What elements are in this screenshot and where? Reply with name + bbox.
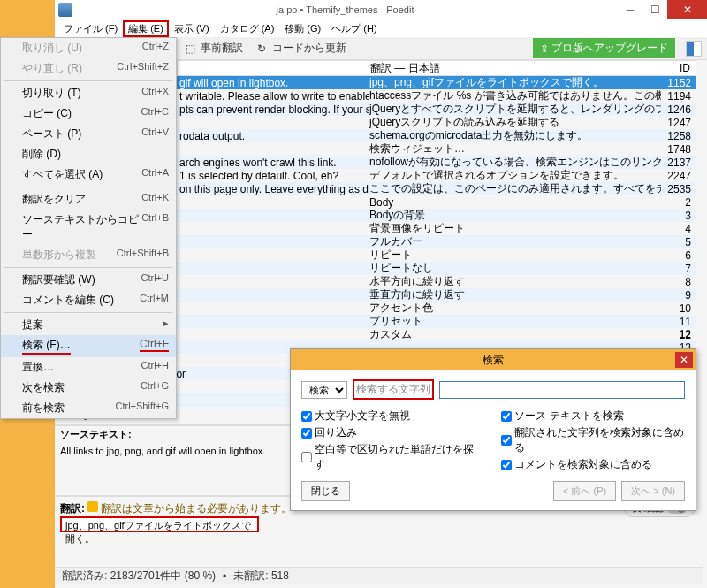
table-row[interactable]: gif will open in lightbox.jpg、png、gifファイ…	[177, 76, 696, 89]
menu-item[interactable]: 提案▸	[1, 315, 176, 335]
search-mode-select[interactable]: 検索	[301, 381, 347, 399]
dialog-close-btn[interactable]: 閉じる	[301, 481, 350, 501]
menu-item[interactable]: 翻訳をクリアCtrl+K	[1, 189, 176, 210]
menu-item[interactable]: 検索 (F)…Ctrl+F	[1, 335, 176, 357]
translation-list[interactable]: gif will open in lightbox.jpg、png、gifファイ…	[177, 76, 696, 341]
menu-go[interactable]: 移動 (G)	[279, 20, 326, 37]
maximize-button[interactable]: ☐	[642, 0, 667, 19]
tool-update[interactable]: ↻コードから更新	[254, 39, 350, 57]
table-row[interactable]: プリセット11	[177, 315, 696, 328]
translation-warning: 翻訳は文章から始まる必要があります。	[101, 502, 292, 515]
menu-item[interactable]: コメントを編集 (C)Ctrl+M	[1, 290, 176, 310]
refresh-icon: ↻	[257, 42, 270, 55]
menu-item[interactable]: 翻訳要確認 (W)Ctrl+U	[1, 270, 176, 290]
col-id: ID	[680, 62, 690, 74]
search-input[interactable]	[439, 381, 685, 399]
edit-menu-dropdown: 取り消し (U)Ctrl+Zやり直し (R)Ctrl+Shift+Z切り取り (…	[0, 37, 177, 419]
menu-item[interactable]: ペースト (P)Ctrl+V	[1, 124, 176, 144]
table-row[interactable]: rodata output.schema.orgのmicrodata出力を無効に…	[177, 129, 696, 142]
menu-item[interactable]: すべてを選択 (A)Ctrl+A	[1, 164, 176, 185]
menu-item[interactable]: 切り取り (T)Ctrl+X	[1, 83, 176, 103]
minimize-button[interactable]: ─	[618, 0, 642, 19]
check-search-source[interactable]: ソース テキストを検索	[501, 409, 685, 424]
pretranslate-icon: ⬚	[186, 42, 198, 55]
window-title: ja.po • Themify_themes - Poedit	[72, 4, 618, 15]
table-row[interactable]: 1 is selected by default. Cool, eh?デフォルト…	[177, 169, 696, 182]
menu-item[interactable]: 単数形から複製Ctrl+Shift+B	[1, 245, 176, 265]
dialog-close-button[interactable]: ✕	[675, 352, 693, 368]
find-next-button[interactable]: 次へ > (N)	[621, 481, 685, 501]
menu-item[interactable]: コピー (C)Ctrl+C	[1, 103, 176, 124]
table-row[interactable]: 検索ウィジェット…1748	[177, 142, 696, 156]
check-search-comments[interactable]: コメントを検索対象に含める	[501, 457, 685, 472]
check-ignore-case[interactable]: 大文字小文字を無視	[301, 409, 475, 424]
statusbar: 翻訳済み: 2183/2701件中 (80 %) • 未翻訳: 518	[55, 567, 703, 584]
check-whole-words[interactable]: 空白等で区切られた単語だけを探す	[301, 442, 475, 472]
table-row[interactable]: リピート6	[177, 248, 696, 262]
list-header: 翻訳 — 日本語 ID	[177, 60, 696, 76]
table-row[interactable]: on this page only. Leave everything as d…	[177, 182, 696, 195]
table-row[interactable]: 水平方向に繰り返す8	[177, 275, 696, 288]
app-icon	[58, 3, 72, 17]
table-row[interactable]: アクセント色10	[177, 302, 696, 315]
menu-catalog[interactable]: カタログ (A)	[215, 20, 280, 37]
table-row[interactable]: t writable. Please allow to write to ena…	[177, 89, 696, 103]
menu-item[interactable]: 次を検索Ctrl+G	[1, 378, 176, 398]
menu-item[interactable]: 削除 (D)	[1, 144, 176, 164]
status-translated: 翻訳済み: 2183/2701件中 (80 %)	[62, 569, 216, 584]
search-dialog: 検索 ✕ 検索 検索する文字列 大文字小文字を無視 回り込み 空白等で区切られた…	[290, 348, 696, 511]
menu-item[interactable]: 前を検索Ctrl+Shift+G	[1, 398, 176, 418]
table-row[interactable]: フルカバー5	[177, 235, 696, 248]
menu-edit[interactable]: 編集 (E)	[123, 20, 169, 37]
dialog-titlebar: 検索 ✕	[291, 349, 696, 370]
menu-file[interactable]: ファイル (F)	[58, 20, 123, 37]
menu-item[interactable]: 取り消し (U)Ctrl+Z	[1, 38, 176, 58]
source-label: ソーステキスト:	[60, 428, 132, 441]
check-wrap[interactable]: 回り込み	[301, 425, 475, 440]
table-row[interactable]: jQueryスクリプトの読み込みを延期する1247	[177, 116, 696, 129]
table-row[interactable]: pts can prevent render blocking. If your…	[177, 103, 696, 116]
upgrade-button[interactable]: ⇪プロ版へアップグレード	[533, 38, 675, 58]
table-row[interactable]: 背景画像をリピート4	[177, 222, 696, 235]
warning-icon	[87, 501, 98, 512]
close-button[interactable]: ✕	[667, 0, 707, 19]
tool-pretrans[interactable]: ⬚事前翻訳	[182, 39, 247, 57]
sidebar-toggle[interactable]	[686, 41, 702, 57]
table-row[interactable]: Bodyの背景3	[177, 209, 696, 222]
translation-label: 翻訳: 翻訳は文章から始まる必要があります。	[60, 501, 292, 516]
table-row[interactable]: arch engines won't crawl this link.nofol…	[177, 156, 696, 169]
status-untranslated: 未翻訳: 518	[233, 569, 289, 584]
table-row[interactable]: Body2	[177, 195, 696, 209]
table-row[interactable]: 垂直方向に繰り返す9	[177, 288, 696, 302]
check-search-translated[interactable]: 翻訳された文字列を検索対象に含める	[501, 425, 685, 455]
upgrade-icon: ⇪	[540, 42, 549, 55]
titlebar: ja.po • Themify_themes - Poedit ─ ☐ ✕	[55, 0, 707, 19]
menu-item[interactable]: やり直し (R)Ctrl+Shift+Z	[1, 58, 176, 79]
menubar: ファイル (F) 編集 (E) 表示 (V) カタログ (A) 移動 (G) ヘ…	[55, 19, 707, 37]
menu-help[interactable]: ヘルプ (H)	[326, 20, 382, 37]
col-translation: 翻訳 — 日本語	[370, 61, 440, 76]
translation-input[interactable]: jpg、png、gifファイルをライトボックスで開く。	[60, 516, 259, 532]
menu-view[interactable]: 表示 (V)	[169, 20, 215, 37]
table-row[interactable]: リピートなし7	[177, 262, 696, 275]
menu-item[interactable]: 置換…Ctrl+H	[1, 357, 176, 378]
find-prev-button[interactable]: < 前へ (P)	[553, 481, 616, 501]
placeholder-highlight: 検索する文字列	[353, 379, 434, 400]
menu-item[interactable]: ソーステキストからコピーCtrl+B	[1, 210, 176, 245]
